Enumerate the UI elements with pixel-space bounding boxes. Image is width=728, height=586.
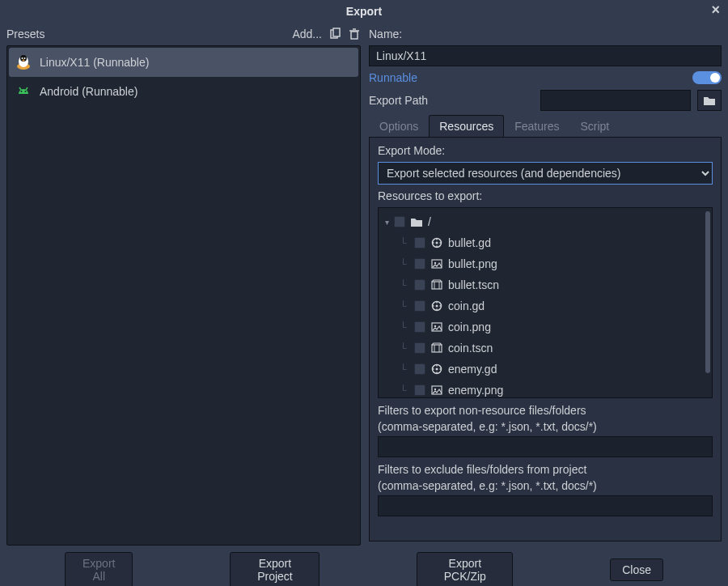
tree-root-label: / (428, 215, 431, 228)
scene-icon (430, 278, 443, 291)
tree-root-row[interactable]: ▾ / (382, 211, 709, 232)
tree-item-label: enemy.gd (448, 363, 497, 376)
tree-item-label: coin.gd (448, 299, 485, 312)
tab-options[interactable]: Options (369, 115, 429, 137)
folder-icon (703, 95, 716, 106)
svg-rect-1 (333, 28, 340, 36)
filter-exclude-input[interactable] (378, 495, 713, 516)
title-bar: Export × (0, 0, 728, 23)
svg-rect-19 (432, 282, 442, 289)
tree-item[interactable]: └bullet.tscn (382, 274, 709, 295)
tree-item-checkbox[interactable] (414, 321, 425, 333)
tree-branch-icon: └ (400, 342, 409, 354)
tree-item-checkbox[interactable] (414, 384, 425, 396)
tree-branch-icon: └ (400, 300, 409, 312)
tree-item-label: coin.tscn (448, 342, 493, 355)
image-icon (430, 384, 443, 397)
runnable-label: Runnable (369, 71, 417, 84)
export-path-input[interactable] (540, 90, 691, 111)
tree-item-label: bullet.png (448, 257, 497, 270)
svg-point-25 (434, 325, 436, 327)
tree-item[interactable]: └bullet.gd (382, 232, 709, 253)
preset-item-label: Linux/X11 (Runnable) (40, 56, 149, 69)
tree-item-checkbox[interactable] (414, 258, 425, 270)
resource-tree[interactable]: ▾ / └bullet.gd└bullet.png└bullet.tscn└co… (378, 207, 713, 398)
delete-preset-icon[interactable] (348, 28, 361, 40)
svg-point-12 (25, 91, 27, 92)
tree-branch-icon: └ (400, 258, 409, 270)
tree-scrollbar[interactable] (705, 211, 710, 373)
svg-point-8 (22, 57, 23, 59)
svg-point-32 (434, 389, 436, 390)
svg-point-10 (23, 60, 25, 62)
presets-list: Linux/X11 (Runnable) Android (Runnable) (6, 45, 361, 546)
tree-branch-icon: └ (400, 363, 409, 375)
svg-rect-26 (432, 345, 442, 352)
svg-point-23 (436, 305, 438, 308)
export-project-button[interactable]: Export Project (230, 552, 320, 586)
svg-rect-2 (351, 32, 358, 39)
linux-icon (14, 53, 33, 72)
folder-icon (410, 215, 423, 228)
filter-export-label: Filters to export non-resource files/fol… (378, 403, 713, 435)
tree-item-label: bullet.tscn (448, 278, 499, 291)
filter-exclude-label: Filters to exclude files/folders from pr… (378, 462, 713, 494)
runnable-toggle[interactable] (692, 71, 722, 84)
svg-point-30 (436, 368, 438, 371)
tree-branch-icon: └ (400, 279, 409, 291)
svg-line-13 (19, 87, 21, 90)
close-button[interactable]: Close (610, 558, 663, 581)
svg-line-14 (26, 87, 28, 90)
name-input[interactable] (369, 45, 722, 66)
tree-item[interactable]: └coin.gd (382, 295, 709, 316)
tree-item-label: bullet.gd (448, 236, 491, 249)
name-label: Name: (369, 28, 402, 40)
tree-branch-icon: └ (400, 321, 409, 333)
copy-preset-icon[interactable] (328, 28, 341, 40)
tab-script[interactable]: Script (569, 115, 620, 137)
tree-item-checkbox[interactable] (414, 279, 425, 291)
script-icon (430, 236, 443, 249)
tree-item-checkbox[interactable] (414, 363, 425, 375)
tree-item-label: coin.png (448, 321, 491, 333)
tree-item[interactable]: └coin.tscn (382, 338, 709, 359)
chevron-down-icon[interactable]: ▾ (385, 218, 389, 227)
button-bar: Export All Export Project Export PCK/Zip… (0, 552, 728, 586)
android-icon (14, 82, 33, 101)
export-all-button[interactable]: Export All (65, 552, 133, 586)
tab-features[interactable]: Features (504, 115, 569, 137)
presets-label: Presets (6, 28, 286, 40)
tree-item[interactable]: └enemy.png (382, 380, 709, 398)
export-mode-select[interactable]: Export selected resources (and dependenc… (378, 162, 713, 185)
script-icon (430, 299, 443, 312)
tree-item-checkbox[interactable] (414, 342, 425, 354)
tree-item-checkbox[interactable] (414, 300, 425, 312)
export-mode-label: Export Mode: (378, 144, 713, 157)
tree-item[interactable]: └enemy.gd (382, 359, 709, 380)
preset-item-linux[interactable]: Linux/X11 (Runnable) (9, 48, 358, 77)
tree-item[interactable]: └coin.png (382, 316, 709, 338)
image-icon (430, 257, 443, 270)
add-preset-button[interactable]: Add... (292, 28, 322, 40)
export-path-label: Export Path (369, 94, 534, 107)
tree-item-checkbox[interactable] (414, 237, 425, 248)
resources-label: Resources to export: (378, 189, 713, 202)
svg-point-9 (24, 57, 26, 59)
svg-point-16 (436, 242, 438, 244)
close-icon[interactable]: × (711, 2, 720, 19)
browse-folder-button[interactable] (697, 90, 722, 111)
tree-item-label: enemy.png (448, 384, 503, 397)
tab-bar: Options Resources Features Script (369, 115, 722, 137)
tab-resources[interactable]: Resources (429, 115, 504, 137)
svg-point-11 (21, 91, 23, 92)
tree-item[interactable]: └bullet.png (382, 253, 709, 274)
tab-content-resources: Export Mode: Export selected resources (… (369, 137, 722, 541)
scene-icon (430, 342, 443, 355)
filter-export-input[interactable] (378, 436, 713, 457)
tree-root-checkbox[interactable] (394, 216, 405, 227)
preset-item-android[interactable]: Android (Runnable) (9, 77, 358, 106)
tree-branch-icon: └ (400, 384, 409, 396)
export-pck-button[interactable]: Export PCK/Zip (417, 552, 513, 586)
tree-branch-icon: └ (400, 237, 409, 248)
window-title: Export (346, 5, 382, 18)
